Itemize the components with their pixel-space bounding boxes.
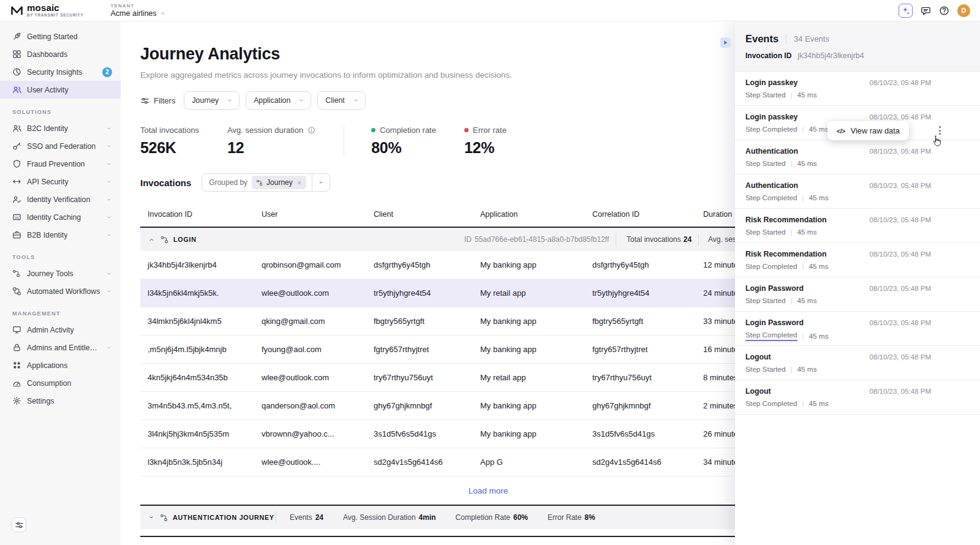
sidebar-item-automated-workflows[interactable]: Automated Workflows <box>0 282 121 300</box>
cell-user: wlee@outlook.com <box>254 288 366 298</box>
event-name: Risk Recommendation <box>745 216 827 224</box>
sidebar-item-identity-verification[interactable]: Identity Verification <box>0 190 121 208</box>
event-menu-button[interactable] <box>937 124 943 137</box>
chevron-down-icon <box>298 97 304 103</box>
cell-correlation-id: tr5ythjyhgre4t54 <box>585 288 696 298</box>
metric-error-rate: Error rate12% <box>464 126 507 157</box>
feedback-button[interactable] <box>921 6 931 16</box>
metric-value: 526K <box>140 139 199 157</box>
event-time: 08/10/23, 05:48 PM <box>870 353 931 361</box>
sidebar-item-dashboards[interactable]: Dashboards <box>0 45 121 63</box>
event-list-item[interactable]: Login Password08/10/23, 05:48 PMStep Com… <box>735 312 980 346</box>
sidebar-item-admin-activity[interactable]: Admin Activity <box>0 321 121 339</box>
table-row[interactable]: 4kn5jkj64n4m534n35bwlee@outlook.comtry67… <box>140 364 836 392</box>
group-header-login[interactable]: LOGIN ID55ad766e-eb61-4815-a8a0-b7bd85fb… <box>140 227 836 251</box>
id-check-icon <box>12 195 21 204</box>
table-row[interactable]: jk34hb5j4r3lkenjrb4qrobinson@gmail.comds… <box>140 251 836 279</box>
next-group-top-border <box>140 536 836 537</box>
sidebar-item-settings[interactable]: Settings <box>0 392 121 410</box>
table-row[interactable]: l3kn4jb5n3k.5jb5n34jwlee@outlook....sd2g… <box>140 448 836 476</box>
group-header-authentication-journey[interactable]: AUTHENTICATION JOURNEY Events24Avg. Sess… <box>140 505 836 529</box>
filters-button[interactable]: Filters <box>140 96 175 105</box>
cell-user: qanderson@aol.com <box>254 401 366 410</box>
chevron-down-icon <box>227 97 233 103</box>
column-header-invocation-id: Invocation ID <box>140 205 254 227</box>
sidebar-item-getting-started[interactable]: Getting Started <box>0 28 121 45</box>
user-avatar[interactable]: D <box>957 4 970 17</box>
event-list-item[interactable]: Logout08/10/23, 05:48 PMStep Completed|4… <box>735 380 980 415</box>
grouped-by-expand-button[interactable] <box>312 174 330 191</box>
sidebar-item-consumption[interactable]: Consumption <box>0 374 121 392</box>
invocations-title: Invocations <box>140 178 191 188</box>
filter-dropdown-journey[interactable]: Journey <box>184 91 239 110</box>
metric-value: 12 <box>227 139 315 157</box>
event-time: 08/10/23, 05:48 PM <box>870 148 931 155</box>
sidebar-item-identity-caching[interactable]: Identity Caching <box>0 208 121 226</box>
group-stat-value: 24 <box>315 513 323 522</box>
view-raw-data-button[interactable]: </> View raw data <box>827 121 909 140</box>
event-name: Risk Recommendation <box>745 250 827 258</box>
metric-label-text: Total invocations <box>140 126 199 135</box>
cell-invocation-id: 3m4n5b43.m5,4m3.n5t, <box>140 401 254 410</box>
collapse-events-panel-button[interactable] <box>720 37 731 48</box>
event-time: 08/10/23, 05:48 PM <box>870 182 931 189</box>
cell-invocation-id: 3l4nkj5hj3km4n5j535m <box>140 429 254 438</box>
table-row[interactable]: 3m4n5b43.m5,4m3.n5t,qanderson@aol.comghy… <box>140 392 836 420</box>
sidebar-item-b2c-identity[interactable]: B2C Identity <box>0 119 121 137</box>
sidebar-item-b2b-identity[interactable]: B2B Identity <box>0 226 121 244</box>
event-list-item[interactable]: Logout08/10/23, 05:48 PMStep Started|45 … <box>735 346 980 380</box>
remove-chip-icon[interactable] <box>296 180 302 186</box>
sidebar-item-security-insights[interactable]: Security Insights2 <box>0 63 121 81</box>
sidebar-item-label: Applications <box>27 361 67 370</box>
table-row[interactable]: l34k5jn6kl4mkj5k5k.wlee@outlook.comtr5yt… <box>140 279 836 307</box>
events-panel-header: Events 34 Events Invocation ID jk34hb5j4… <box>735 21 980 72</box>
event-duration: 45 ms <box>809 332 828 340</box>
shield-icon <box>12 159 21 168</box>
sidebar-item-label: B2B Identity <box>27 231 67 239</box>
chevron-down-icon <box>353 97 359 103</box>
table-row[interactable]: 34lmkn5j6kl4jnl4km5qking@gmail.comfbgtry… <box>140 307 836 336</box>
sidebar-item-sso-and-federation[interactable]: SSO and Federation <box>0 137 121 155</box>
event-list-item[interactable]: Authentication08/10/23, 05:48 PMStep Sta… <box>735 140 980 175</box>
cell-application: My banking app <box>473 260 585 269</box>
sparkle-icon <box>902 6 910 15</box>
event-list-item[interactable]: Risk Recommendation08/10/23, 05:48 PMSte… <box>735 243 980 277</box>
ai-assistant-button[interactable] <box>899 4 913 18</box>
event-list-item[interactable]: Risk Recommendation08/10/23, 05:48 PMSte… <box>735 209 980 243</box>
sidebar-item-label: B2C Identity <box>27 124 68 133</box>
divider: | <box>802 400 804 407</box>
load-more-link[interactable]: Load more <box>469 486 508 495</box>
event-step: Step Started <box>745 91 786 99</box>
sidebar-item-label: User Activity <box>27 86 69 94</box>
question-mark-icon <box>939 6 949 16</box>
sidebar-item-admins-and-entitlements[interactable]: Admins and Entitlements <box>0 339 121 356</box>
sidebar-item-label: Automated Workflows <box>27 287 100 296</box>
filters-label: Filters <box>154 96 175 105</box>
sidebar-item-api-security[interactable]: API Security <box>0 173 121 190</box>
tenant-selector[interactable]: TENANT Acme airlines <box>111 3 166 18</box>
tenant-label: TENANT <box>111 3 166 9</box>
filter-dropdown-application[interactable]: Application <box>246 91 311 110</box>
table-row[interactable]: ,m5nj6j4m.l5jbjk4mnjbfyoung@aol.comfgtry… <box>140 336 836 364</box>
sidebar-section-label: SOLUTIONS <box>0 99 121 119</box>
column-header-correlation-id: Correlation ID <box>585 205 696 227</box>
chevron-down-icon[interactable] <box>148 514 154 521</box>
sidebar-item-applications[interactable]: Applications <box>0 356 121 374</box>
cell-client: fgtry657rthyjtret <box>366 345 473 354</box>
event-list-item[interactable]: Login Password08/10/23, 05:48 PMStep Sta… <box>735 277 980 312</box>
chevron-up-icon[interactable] <box>148 236 155 243</box>
event-name: Logout <box>745 387 771 396</box>
divider: | <box>791 228 793 236</box>
group-chip-journey[interactable]: Journey <box>252 176 306 189</box>
sidebar-item-fraud-prevention[interactable]: Fraud Prevention <box>0 155 121 173</box>
filter-dropdown-client[interactable]: Client <box>317 91 365 110</box>
filter-dropdown-label: Application <box>254 96 290 105</box>
grouped-by-control[interactable]: Grouped by Journey <box>202 173 330 192</box>
sidebar-item-user-activity[interactable]: User Activity <box>0 81 121 99</box>
help-button[interactable] <box>939 6 949 16</box>
sidebar-item-journey-tools[interactable]: Journey Tools <box>0 265 121 282</box>
table-row[interactable]: 3l4nkj5hj3km4n5j535mvbrownn@yahoo.c...3s… <box>140 420 836 448</box>
sidebar-preferences-button[interactable] <box>12 517 26 532</box>
event-list-item[interactable]: Login passkey08/10/23, 05:48 PMStep Star… <box>735 72 980 106</box>
event-list-item[interactable]: Authentication08/10/23, 05:48 PMStep Com… <box>735 175 980 209</box>
